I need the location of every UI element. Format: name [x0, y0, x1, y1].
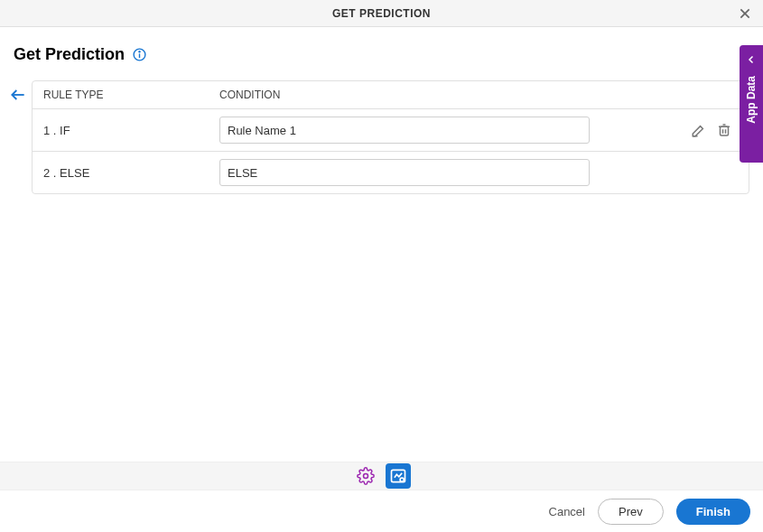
edit-icon[interactable] [691, 122, 707, 138]
condition-cell [219, 159, 738, 186]
prev-button[interactable]: Prev [598, 499, 664, 525]
delete-icon[interactable] [716, 122, 732, 138]
column-header-rule-type: RULE TYPE [43, 89, 219, 101]
chart-icon[interactable] [386, 463, 411, 489]
page-title-row: Get Prediction [14, 45, 749, 64]
app-data-tab[interactable]: App Data [740, 45, 763, 163]
svg-point-4 [139, 51, 140, 52]
condition-input[interactable] [219, 159, 590, 186]
cancel-button[interactable]: Cancel [549, 505, 585, 518]
svg-rect-7 [721, 126, 729, 135]
condition-input[interactable] [219, 117, 590, 144]
close-icon[interactable] [738, 6, 752, 21]
page-title: Get Prediction [14, 45, 125, 64]
rule-type-cell: 1 . IF [43, 124, 219, 137]
rule-type-cell: 2 . ELSE [43, 166, 219, 180]
condition-cell [219, 117, 738, 144]
svg-point-10 [363, 474, 368, 479]
top-bar: GET PREDICTION [0, 0, 763, 27]
rules-table: RULE TYPE CONDITION 1 . IF [32, 80, 749, 194]
bottom-toolbar [0, 462, 763, 490]
table-row: 2 . ELSE [33, 152, 749, 193]
svg-point-12 [400, 478, 404, 481]
column-header-condition: CONDITION [219, 89, 738, 101]
top-bar-title: GET PREDICTION [332, 7, 431, 20]
rules-header: RULE TYPE CONDITION [33, 81, 749, 109]
footer: Cancel Prev Finish [0, 490, 763, 532]
chevron-left-icon [746, 52, 757, 69]
table-row: 1 . IF [33, 109, 749, 152]
content-wrapper: Get Prediction RULE TYPE CONDITION 1 . I… [0, 27, 763, 194]
app-data-label: App Data [745, 76, 758, 124]
row-actions [691, 122, 738, 138]
back-arrow-icon[interactable] [9, 86, 27, 104]
gear-icon[interactable] [353, 463, 378, 489]
info-icon[interactable] [132, 47, 147, 62]
finish-button[interactable]: Finish [676, 499, 750, 525]
